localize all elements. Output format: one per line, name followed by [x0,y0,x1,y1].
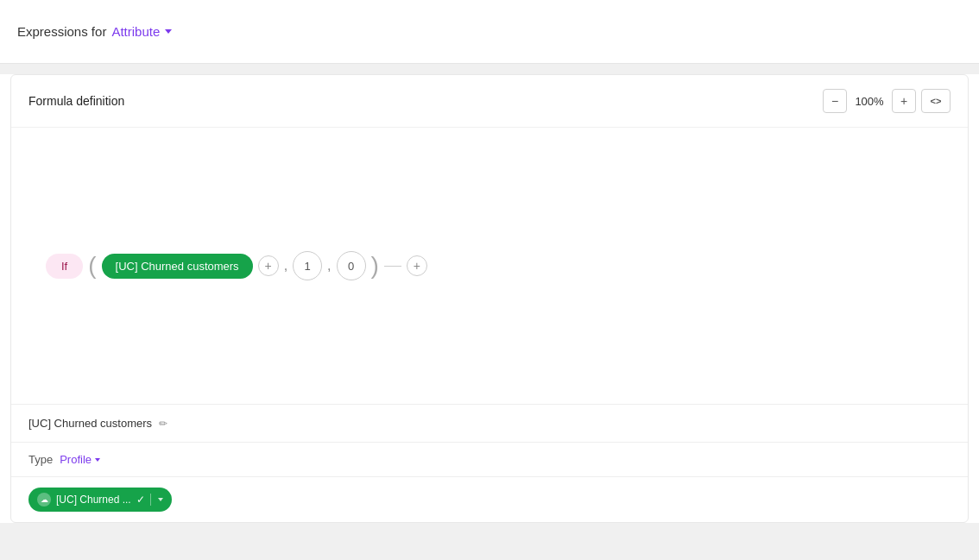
attribute-tag[interactable]: ☁ [UC] Churned ... ✓ [28,488,172,512]
dash-connector [384,266,401,267]
zoom-value: 100% [852,95,887,108]
if-pill[interactable]: If [46,254,83,279]
formula-expression: If ( [UC] Churned customers + , 1 , 0 ) [46,251,427,280]
formula-section: Formula definition − 100% + <> If [10,74,969,523]
tag-check-icon: ✓ [136,494,145,506]
churned-customers-pill[interactable]: [UC] Churned customers [102,254,253,279]
edit-icon[interactable]: ✏ [159,418,167,430]
formula-controls: − 100% + <> [823,89,951,113]
attribute-chevron-icon [165,29,172,34]
tag-chevron-icon [158,498,163,501]
value-1-pill[interactable]: 1 [293,251,322,280]
attribute-dropdown[interactable]: Attribute [111,24,172,39]
type-row: Type Profile [11,443,968,477]
open-paren: ( [88,254,96,278]
formula-title: Formula definition [28,94,124,108]
expressions-label: Expressions for [17,24,106,39]
attribute-label: Attribute [111,24,160,39]
type-label: Type [28,453,53,466]
zoom-minus-button[interactable]: − [823,89,847,113]
add-outer-button[interactable]: + [407,255,427,276]
value-0-pill[interactable]: 0 [337,251,366,280]
tag-divider [150,494,151,506]
bottom-info-text: [UC] Churned customers [28,417,152,430]
formula-header: Formula definition − 100% + <> [11,75,968,127]
top-bar: Expressions for Attribute [0,0,979,64]
comma-1: , [284,258,287,274]
comma-2: , [327,258,331,274]
bottom-panel: [UC] Churned customers ✏ Type Profile ☁ … [11,404,968,522]
close-paren: ) [371,254,379,278]
zoom-plus-button[interactable]: + [892,89,916,113]
profile-dropdown[interactable]: Profile [60,453,100,466]
profile-chevron-icon [95,458,100,462]
bottom-info-row: [UC] Churned customers ✏ [11,405,968,443]
add-arg-button[interactable]: + [258,255,279,276]
tag-text: [UC] Churned ... [56,494,131,506]
code-view-button[interactable]: <> [921,89,951,113]
tag-cloud-icon: ☁ [37,493,51,507]
main-content: Formula definition − 100% + <> If [0,74,979,523]
formula-canvas: If ( [UC] Churned customers + , 1 , 0 ) [11,128,968,404]
attribute-tag-row: ☁ [UC] Churned ... ✓ [11,477,968,522]
